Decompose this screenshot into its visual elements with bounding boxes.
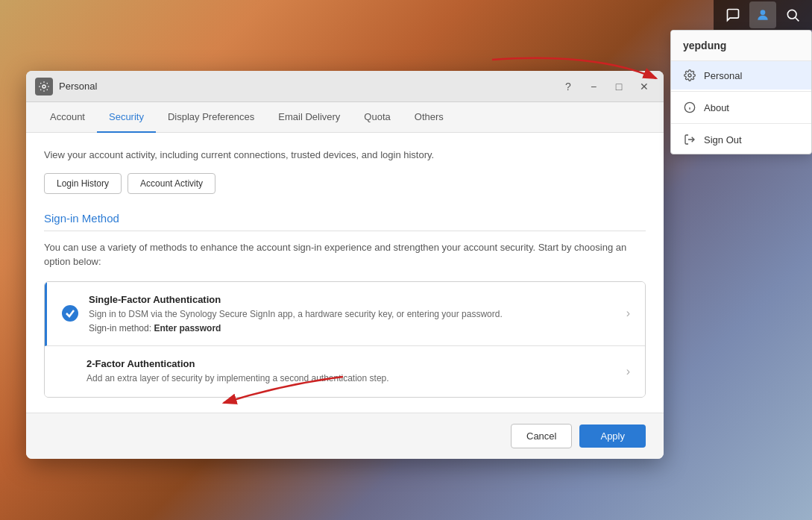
dialog-content: View your account activity, including cu… [26,133,664,413]
tab-bar: Account Security Display Preferences Ema… [26,102,664,133]
user-taskbar-icon[interactable] [749,1,776,28]
dropdown-divider-2 [671,123,811,124]
dropdown-item-signout[interactable]: Sign Out [671,125,811,154]
minimize-button[interactable]: − [583,76,604,97]
svg-point-0 [761,10,766,15]
two-factor-title: 2-Factor Authentication [86,358,616,369]
single-factor-method: Sign-in method: Enter password [89,323,616,333]
single-factor-content: Single-Factor Authentication Sign in to … [89,294,616,334]
dialog-titlebar: Personal ? − □ ✕ [26,71,664,102]
svg-line-2 [796,18,799,22]
info-icon [683,101,696,114]
two-factor-desc: Add an extra layer of security by implem… [86,372,616,385]
single-factor-chevron: › [626,307,630,320]
single-factor-option[interactable]: Single-Factor Authentication Sign in to … [45,282,645,347]
search-taskbar-icon[interactable] [779,1,806,28]
two-factor-empty [60,363,76,380]
section-description: View your account activity, including cu… [44,148,646,163]
dropdown-divider-1 [671,91,811,92]
dropdown-item-about[interactable]: About [671,93,811,122]
dropdown-signout-label: Sign Out [704,134,742,145]
signout-icon [683,133,696,146]
svg-point-1 [787,10,796,19]
dropdown-item-personal[interactable]: Personal [671,61,811,90]
svg-point-3 [688,74,691,77]
two-factor-option[interactable]: 2-Factor Authentication Add an extra lay… [45,346,645,397]
two-factor-chevron: › [626,365,630,378]
dropdown-personal-label: Personal [704,70,742,81]
signin-section-description: You can use a variety of methods to enha… [44,240,646,269]
maximize-button[interactable]: □ [608,76,629,97]
dialog-app-icon [35,78,53,95]
single-factor-check [62,305,78,322]
svg-point-8 [43,85,45,88]
tab-quota[interactable]: Quota [352,102,402,133]
tab-email[interactable]: Email Delivery [266,102,352,133]
personal-dialog: Personal ? − □ ✕ Account Security Displa… [26,71,664,459]
close-button[interactable]: ✕ [634,76,655,97]
signin-section-title: Sign-in Method [44,212,646,231]
dialog-footer: Cancel Apply [26,413,664,459]
cancel-button[interactable]: Cancel [511,424,572,448]
dialog-controls: ? − □ ✕ [558,76,655,97]
single-factor-desc: Sign in to DSM via the Synology Secure S… [89,308,616,321]
tab-display[interactable]: Display Preferences [156,102,266,133]
help-button[interactable]: ? [558,76,579,97]
tab-account[interactable]: Account [38,102,97,133]
two-factor-content: 2-Factor Authentication Add an extra lay… [86,358,616,385]
tab-others[interactable]: Others [403,102,456,133]
signin-section: Sign-in Method You can use a variety of … [44,212,646,398]
dropdown-username: yepdung [671,31,811,61]
gear-icon [683,69,696,82]
dropdown-about-label: About [704,102,729,113]
tab-security[interactable]: Security [97,102,156,133]
chat-taskbar-icon[interactable] [720,1,746,28]
user-dropdown-menu: yepdung Personal About [670,30,812,154]
apply-button[interactable]: Apply [579,425,646,448]
auth-options-list: Single-Factor Authentication Sign in to … [44,281,646,398]
taskbar [714,0,812,30]
login-history-button[interactable]: Login History [44,173,122,194]
activity-buttons: Login History Account Activity [44,173,646,194]
account-activity-button[interactable]: Account Activity [128,173,215,194]
dialog-title: Personal [59,81,552,92]
single-factor-title: Single-Factor Authentication [89,294,616,305]
